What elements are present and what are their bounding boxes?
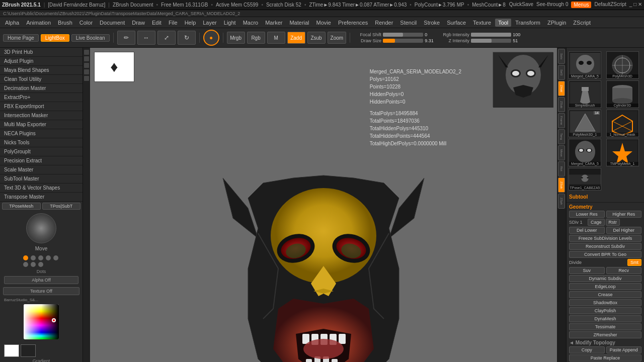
cl-icon-5[interactable] bbox=[84, 76, 89, 81]
move2-btn[interactable]: Move bbox=[558, 145, 565, 160]
thumb-polymesh3d-1[interactable]: 14 PolyMesh3D_1 bbox=[569, 110, 601, 137]
smt-btn[interactable]: Smt bbox=[627, 259, 641, 266]
quicksave-btn[interactable]: QuickSave bbox=[509, 2, 533, 8]
menu-draw[interactable]: Draw bbox=[129, 19, 148, 27]
dot-6[interactable] bbox=[23, 262, 28, 267]
menu-alpha[interactable]: Alpha bbox=[2, 19, 22, 27]
mrgb-btn[interactable]: Mrgb bbox=[227, 32, 245, 44]
cl-icon-3[interactable] bbox=[84, 63, 89, 68]
zsphere-btn[interactable]: ZSph bbox=[558, 194, 565, 209]
rotate2-btn[interactable]: Rot bbox=[558, 161, 565, 176]
menu-help[interactable]: Help bbox=[182, 19, 199, 27]
zremesher-btn[interactable]: ZRemesher bbox=[569, 331, 641, 338]
model-viewport[interactable] bbox=[218, 168, 429, 362]
paste-append-btn[interactable]: Paste Append bbox=[606, 346, 642, 353]
menu-macro[interactable]: Macro bbox=[240, 19, 262, 27]
left-item-clean-tool[interactable]: Clean Tool Utility bbox=[0, 75, 83, 84]
black-swatch[interactable] bbox=[21, 344, 36, 357]
dot-7[interactable] bbox=[31, 262, 36, 267]
thumb-tmpolymesh[interactable]: TMPolyMesh_1 bbox=[606, 139, 639, 166]
draw-mode-btn[interactable]: ✏ bbox=[117, 31, 135, 45]
menu-brush[interactable]: Brush bbox=[55, 19, 75, 27]
solo-btn[interactable]: Solo bbox=[558, 49, 565, 64]
dot-5[interactable] bbox=[53, 255, 58, 260]
menu-zplugin[interactable]: ZPlugin bbox=[544, 19, 569, 27]
tpose-subt-btn[interactable]: TPos|SubT bbox=[42, 203, 81, 210]
zoom-btn[interactable]: Zoom bbox=[328, 32, 347, 44]
dynamesh-btn[interactable]: DynaMesh bbox=[569, 315, 641, 322]
edgeloop-btn[interactable]: EdgeLoop bbox=[569, 283, 641, 290]
crease-btn[interactable]: Crease bbox=[569, 291, 641, 298]
cl-icon-4[interactable] bbox=[84, 69, 89, 74]
m-btn[interactable]: M bbox=[267, 32, 285, 44]
menu-color[interactable]: Color bbox=[76, 19, 96, 27]
thumb-simplebrush[interactable]: SimpleBrush bbox=[569, 80, 601, 108]
recv-btn[interactable]: Recv bbox=[606, 267, 642, 274]
claypolish-btn[interactable]: ClayPolish bbox=[569, 307, 641, 314]
texture-off-btn[interactable]: Texture Off bbox=[3, 287, 79, 295]
thumb-merged-cara[interactable]: Merged_CARA_5 bbox=[569, 51, 601, 79]
reconstruct-subdiv-btn[interactable]: Reconstruct Subdiv bbox=[569, 243, 641, 250]
left-item-text3d[interactable]: Text 3D & Vector Shapes bbox=[0, 184, 83, 193]
left-item-subtool[interactable]: SubTool Master bbox=[0, 174, 83, 184]
menu-file[interactable]: File bbox=[166, 19, 181, 27]
thumb-cylinder3d[interactable]: Cylinder3D bbox=[606, 80, 639, 108]
del-lower-btn[interactable]: Del Lower bbox=[569, 227, 605, 234]
thumb-normal-mask[interactable]: 1_Normal_mask bbox=[606, 110, 639, 137]
menu-render[interactable]: Render bbox=[372, 19, 396, 27]
menu-surface[interactable]: Surface bbox=[444, 19, 469, 27]
left-item-adjust[interactable]: Adjust Plugin bbox=[0, 57, 83, 66]
paste-replace-btn[interactable]: Paste Replace bbox=[569, 354, 641, 361]
suv-btn[interactable]: Suv bbox=[569, 267, 605, 274]
menu-document[interactable]: Document bbox=[97, 19, 128, 27]
left-item-decimation[interactable]: Decimation Master bbox=[0, 84, 83, 93]
rstr-btn[interactable]: Rstr bbox=[606, 219, 620, 226]
dynamic-subdiv-btn[interactable]: Dynamic Subdiv bbox=[569, 275, 641, 282]
menu-transform[interactable]: Transform bbox=[512, 19, 543, 27]
dot-2[interactable] bbox=[31, 255, 36, 260]
shadowbox-btn[interactable]: ShadowBox bbox=[569, 299, 641, 306]
dot-4[interactable] bbox=[46, 255, 51, 260]
rotate-mode-btn[interactable]: ↻ bbox=[178, 31, 196, 45]
alpha-off-btn[interactable]: Alpha Off bbox=[4, 276, 78, 284]
see-through-btn[interactable]: See-through 0 bbox=[536, 2, 568, 8]
window-controls[interactable]: _ □ ✕ bbox=[629, 2, 642, 8]
left-item-intersection[interactable]: Intersection Masker bbox=[0, 111, 83, 120]
dot-8[interactable] bbox=[38, 262, 43, 267]
nav-live-boolean[interactable]: Live Boolean bbox=[71, 34, 110, 42]
left-item-multimap[interactable]: Multi Map Exporter bbox=[0, 120, 83, 129]
cl-icon-1[interactable] bbox=[84, 50, 89, 55]
left-item-scale[interactable]: Scale Master bbox=[0, 165, 83, 174]
left-item-3dprint[interactable]: 3D Print Hub bbox=[0, 48, 83, 57]
rgb-btn[interactable]: Rgb bbox=[247, 32, 265, 44]
zadd2-btn[interactable]: ZAdd bbox=[558, 81, 565, 96]
copy-btn[interactable]: Copy bbox=[569, 346, 605, 353]
menu-layer[interactable]: Layer bbox=[200, 19, 220, 27]
menu-edit[interactable]: Edit bbox=[149, 19, 165, 27]
left-item-neca[interactable]: NECA Plugins bbox=[0, 129, 83, 138]
zadd-btn[interactable]: Zadd bbox=[287, 32, 305, 44]
left-item-precision[interactable]: Precision Extract bbox=[0, 156, 83, 165]
sel3-btn[interactable]: Sel3 bbox=[558, 65, 565, 80]
menu-material[interactable]: Material bbox=[286, 19, 312, 27]
tessimate-btn[interactable]: Tessimate bbox=[569, 323, 641, 330]
left-item-extractpro[interactable]: ExtractPro+ bbox=[0, 93, 83, 102]
left-item-fbx[interactable]: FBX ExportImport bbox=[0, 102, 83, 111]
doc-label[interactable]: ZBrush Document bbox=[113, 2, 153, 8]
canvas-area[interactable]: ♦ bbox=[90, 48, 557, 362]
brush-icon-btn[interactable]: ● bbox=[203, 30, 219, 46]
nav-home[interactable]: Home Page bbox=[3, 34, 39, 42]
focal-shift-slider[interactable] bbox=[383, 33, 423, 37]
default-script-btn[interactable]: DefaultZScript bbox=[594, 2, 626, 8]
left-item-transpose[interactable]: Transpose Master bbox=[0, 193, 83, 202]
zsub3-btn[interactable]: ZSub bbox=[558, 177, 565, 193]
menu-stroke[interactable]: Stroke bbox=[421, 19, 443, 27]
scale-mode-btn[interactable]: ⤢ bbox=[157, 31, 176, 45]
menu-movie[interactable]: Movie bbox=[313, 19, 334, 27]
lower-res-btn[interactable]: Lower Res bbox=[569, 211, 605, 218]
menu-animation[interactable]: Animation bbox=[23, 19, 54, 27]
left-item-maya-blend[interactable]: Maya Blend Shapes bbox=[0, 66, 83, 75]
thumb-merged-cara-5[interactable]: Merged_CARA_5 bbox=[569, 139, 601, 166]
menu-zscript[interactable]: ZScript bbox=[570, 19, 594, 27]
menu-tool[interactable]: Tool bbox=[495, 19, 511, 27]
